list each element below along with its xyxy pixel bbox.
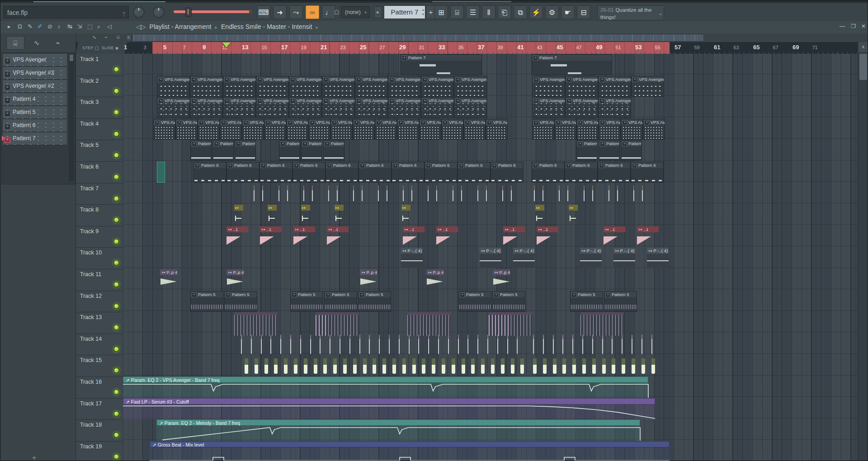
pattern-clip[interactable]: ≡Pattern 5 <box>458 291 491 312</box>
audio-blip-clip[interactable] <box>462 358 465 374</box>
audio-blip-clip[interactable] <box>642 358 645 374</box>
pattern-clip[interactable]: ≡Pattern 4 <box>621 140 642 161</box>
audio-spike-clip[interactable] <box>337 186 338 201</box>
audio-line-clip[interactable] <box>507 335 508 354</box>
audio-blip-clip[interactable] <box>582 358 586 374</box>
playlist-grid[interactable]: ≡Pattern 7≡Pattern 7≡VPS Avenger #3≡VPS … <box>123 54 858 461</box>
slip-tool-icon[interactable]: ↹ <box>67 23 72 30</box>
pattern-clip[interactable]: ≡VPS Avenger #2 <box>330 119 353 140</box>
audio-line-clip[interactable] <box>340 335 340 354</box>
slide-notes-button[interactable]: ⤳ <box>289 5 303 19</box>
audio-blip-clip[interactable] <box>314 358 317 374</box>
scroll-up-button[interactable]: ∧ <box>859 42 868 52</box>
audio-spike-clip[interactable] <box>542 186 543 201</box>
pattern-clip[interactable]: ≡Pattern 4 <box>190 140 212 161</box>
audio-spike-clip[interactable] <box>584 186 585 201</box>
pattern-clip[interactable]: ≡Pattern 6 <box>326 162 359 183</box>
audio-line-clip[interactable] <box>251 335 252 354</box>
pattern-clip[interactable]: ≡Pattern 7 <box>401 54 482 75</box>
pattern-clip[interactable]: ≡Pattern 6 <box>458 162 491 183</box>
pattern-clip[interactable]: ≡VPS Avenger #2 <box>397 119 419 140</box>
audio-blip-clip[interactable] <box>245 358 248 374</box>
audio-clip[interactable]: ↦ <box>301 205 310 226</box>
audio-line-clip[interactable] <box>632 335 632 354</box>
audio-spike-clip[interactable] <box>511 186 512 201</box>
audio-line-clip[interactable] <box>409 335 410 354</box>
audio-line-clip[interactable] <box>261 335 262 354</box>
audio-stripe-clip[interactable] <box>407 312 451 336</box>
pattern-clip[interactable]: ≡Pattern 5 <box>492 291 525 312</box>
audio-blip-clip[interactable] <box>442 358 445 374</box>
audio-line-clip[interactable] <box>543 335 544 354</box>
pattern-clip[interactable]: ≡VPS Avenger #2 <box>441 119 463 140</box>
audio-clip[interactable]: ↦ P -..( 4) <box>401 248 423 268</box>
audio-blip-clip[interactable] <box>651 358 655 374</box>
pattern-clip[interactable]: ≡Pattern 6 <box>491 162 524 183</box>
track-mute-led[interactable] <box>113 346 119 352</box>
pattern-clip[interactable]: ≡VPS Avenger #2 <box>353 119 375 140</box>
zoom-tool-icon[interactable]: ⌕ <box>97 23 100 30</box>
snap-selector[interactable]: (none)▸ <box>341 6 370 18</box>
pattern-clip[interactable]: ≡VPS Avenger #3 <box>322 76 355 97</box>
audio-line-clip[interactable] <box>399 335 400 354</box>
audio-clip[interactable]: ↦ <box>535 205 544 226</box>
pattern-list-item[interactable]: ≡VPS Avenger <box>3 54 67 66</box>
audio-clip[interactable]: ↦ <box>335 205 344 226</box>
audio-line-clip[interactable] <box>572 335 573 354</box>
audio-line-clip[interactable] <box>622 335 623 354</box>
pattern-clip[interactable]: ≡VPS Avenger <box>598 97 631 118</box>
audio-line-clip[interactable] <box>562 335 563 354</box>
pattern-clip[interactable]: ≡Pattern 4 <box>599 140 620 161</box>
audio-clip[interactable]: ↦ P..p 4 <box>226 269 244 290</box>
touch-tool-button[interactable]: ☛ <box>561 5 575 19</box>
playback-tool-icon[interactable]: ◁ <box>107 23 112 30</box>
pattern-clip[interactable]: ≡Pattern 6 <box>565 162 598 183</box>
audio-line-clip[interactable] <box>369 335 370 354</box>
audio-line-clip[interactable] <box>592 335 593 354</box>
audio-clip[interactable]: ↦ ..1 <box>293 226 305 247</box>
close-button[interactable]: ✕ <box>861 23 866 29</box>
audio-blip-clip[interactable] <box>481 358 485 374</box>
audio-clip[interactable]: ↦ ..1 <box>537 226 548 247</box>
audio-blip-clip[interactable] <box>382 358 386 374</box>
pattern-clip[interactable]: ≡Pattern 5 <box>224 291 257 312</box>
pattern-clip[interactable]: ≡Pattern 6 <box>532 162 565 183</box>
track-mute-led[interactable] <box>113 367 119 373</box>
audio-clip[interactable]: ↦ <box>268 205 277 226</box>
draw-pencil-icon[interactable]: ✎ <box>28 23 33 30</box>
pattern-clip[interactable]: ≡VPS Avenger #2 <box>264 119 286 140</box>
audio-spike-clip[interactable] <box>642 186 643 201</box>
pattern-clip[interactable]: ≡VPS Avenger <box>355 97 388 118</box>
audio-line-clip[interactable] <box>497 335 498 354</box>
audio-spike-clip[interactable] <box>411 186 412 201</box>
automation-tab-icon[interactable]: ⌁ <box>104 34 108 40</box>
audio-blip-clip[interactable] <box>333 358 337 374</box>
audio-clip[interactable]: ↦ ..1 <box>226 226 238 247</box>
audio-spike-clip[interactable] <box>378 186 379 201</box>
audio-spike-clip[interactable] <box>303 186 304 201</box>
audio-line-clip[interactable] <box>602 335 603 354</box>
audio-line-clip[interactable] <box>651 335 652 354</box>
audio-blip-clip[interactable] <box>471 358 475 374</box>
audio-line-clip[interactable] <box>280 335 281 354</box>
audio-line-clip[interactable] <box>379 335 380 354</box>
trash-icon[interactable]: ⍑ <box>122 9 126 21</box>
pattern-clip[interactable]: ≡VPS Avenger #3 <box>256 76 289 97</box>
audio-blip-clip[interactable] <box>562 358 566 374</box>
play-mini-icon[interactable]: ▸ <box>8 23 11 30</box>
audio-spike-clip[interactable] <box>403 186 404 201</box>
pattern-clip[interactable]: ≡VPS Avenger #3 <box>388 76 421 97</box>
pattern-list-item[interactable]: ≡Pattern 6 <box>3 119 67 132</box>
pattern-clip[interactable]: ≡VPS Avenger <box>532 97 565 118</box>
pattern-tab-icon[interactable]: ⌸ <box>117 34 120 40</box>
pattern-clip[interactable]: ≡VPS Avenger #2 <box>153 119 175 140</box>
automation-clip[interactable]: ↗ Param. EQ 2 - VPS Avenger - Band 7 fre… <box>123 376 648 398</box>
pattern-clip[interactable]: ≡Pattern 4 <box>323 140 344 161</box>
audio-spike-clip[interactable] <box>328 186 329 201</box>
audio-spike-clip[interactable] <box>461 186 462 201</box>
magnet-snap-icon[interactable]: Ω <box>18 23 22 30</box>
pattern-clip[interactable]: ≡Pattern 6 <box>392 162 425 183</box>
audio-blip-clip[interactable] <box>612 358 615 374</box>
audio-spike-clip[interactable] <box>633 186 634 201</box>
sidebar-tab-patterns[interactable]: ⌸ <box>6 36 24 50</box>
